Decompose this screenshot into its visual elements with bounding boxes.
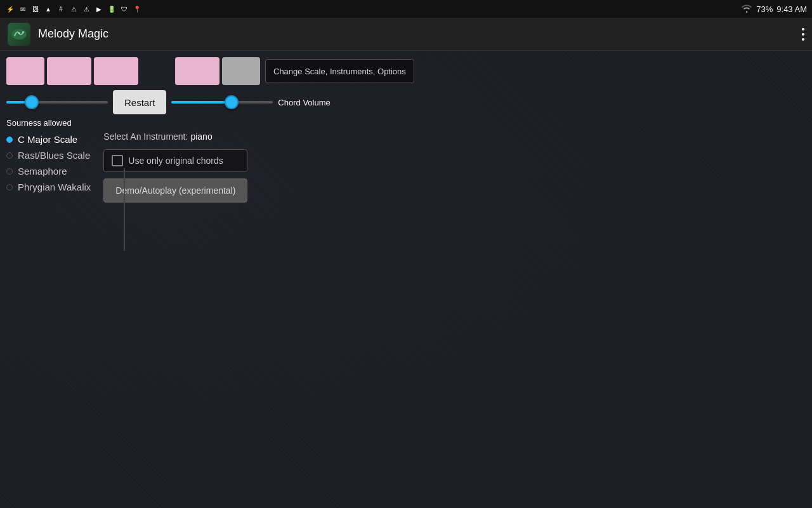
shield-icon: 🛡: [119, 4, 129, 14]
image-icon: 🖼: [30, 4, 41, 14]
scale-item-rast-blues[interactable]: Rast/Blues Scale: [6, 147, 91, 163]
scale-list: C Major Scale Rast/Blues Scale Semaphore…: [0, 131, 97, 195]
checkbox-label: Use only original chords: [128, 156, 223, 166]
status-time: 9:43 AM: [776, 4, 807, 14]
change-scale-button[interactable]: Change Scale, Instruments, Options: [265, 59, 414, 83]
title-bar: Melody Magic: [0, 18, 812, 51]
vertical-divider: [124, 168, 125, 251]
track-button-3[interactable]: [94, 57, 138, 85]
scale-dot-rast-blues: [6, 152, 13, 159]
melody-volume-slider[interactable]: [6, 101, 108, 104]
track-button-5[interactable]: [222, 57, 260, 85]
usb-icon: ⚡: [5, 4, 15, 14]
svg-point-0: [11, 29, 26, 39]
instrument-label: Select An Instrument:: [103, 131, 188, 142]
main-content: Change Scale, Instruments, Options Resta…: [0, 51, 812, 508]
demo-autoplay-button[interactable]: Demo/Autoplay (experimental): [103, 178, 247, 203]
video-icon: ▶: [94, 4, 104, 14]
menu-dot: [802, 38, 804, 41]
slider-row: Restart Chord Volume: [0, 90, 812, 114]
status-right: 73% 9:43 AM: [741, 4, 807, 15]
svg-point-3: [14, 34, 15, 36]
chord-volume-label: Chord Volume: [278, 98, 330, 107]
top-buttons-row: Change Scale, Instruments, Options: [0, 57, 812, 85]
email-icon: ✉: [18, 4, 28, 14]
battery-alt-icon: 🔋: [107, 4, 117, 14]
right-panel: Select An Instrument: piano Use only ori…: [103, 131, 247, 203]
checkbox-container: Use only original chords: [103, 149, 247, 172]
hashtag-icon: #: [56, 4, 66, 14]
track-button-1[interactable]: [6, 57, 44, 85]
scale-dot-semaphore: [6, 168, 13, 175]
svg-point-2: [18, 32, 20, 34]
status-bar: ⚡ ✉ 🖼 ▲ # ⚠ ⚠ ▶ 🔋 🛡 📍 73% 9:43 AM: [0, 0, 812, 18]
scale-item-semaphore[interactable]: Semaphore: [6, 163, 91, 179]
warning2-icon: ⚠: [81, 4, 91, 14]
scale-name-semaphore: Semaphore: [18, 166, 67, 177]
scale-dot-c-major: [6, 137, 13, 143]
scale-name-rast-blues: Rast/Blues Scale: [18, 150, 90, 161]
scale-name-phrygian: Phrygian Wakalix: [18, 182, 91, 192]
svg-point-1: [22, 31, 24, 33]
scale-name-c-major: C Major Scale: [18, 134, 77, 145]
track-button-4[interactable]: [175, 57, 219, 85]
wifi-icon: [741, 4, 752, 15]
warning1-icon: ⚠: [69, 4, 79, 14]
instrument-row: Select An Instrument: piano: [103, 131, 247, 145]
location-icon: 📍: [132, 4, 142, 14]
overflow-menu-button[interactable]: [802, 28, 804, 41]
upload-icon: ▲: [43, 4, 53, 14]
instrument-value: piano: [190, 131, 212, 142]
app-title: Melody Magic: [38, 27, 802, 41]
original-chords-checkbox[interactable]: Use only original chords: [103, 149, 247, 172]
battery-percentage: 73%: [756, 4, 773, 14]
chord-volume-slider[interactable]: [171, 101, 273, 104]
sourness-label: Sourness allowed: [6, 118, 72, 128]
track-button-2[interactable]: [47, 57, 91, 85]
checkbox-icon: [112, 155, 123, 166]
scale-dot-phrygian: [6, 184, 13, 190]
sourness-row: Sourness allowed: [0, 118, 812, 128]
restart-button[interactable]: Restart: [113, 90, 166, 114]
menu-dot: [802, 33, 804, 36]
scale-item-c-major[interactable]: C Major Scale: [6, 131, 91, 147]
app-icon: [8, 23, 30, 46]
menu-dot: [802, 28, 804, 30]
status-icons-left: ⚡ ✉ 🖼 ▲ # ⚠ ⚠ ▶ 🔋 🛡 📍: [5, 4, 142, 14]
scale-item-phrygian[interactable]: Phrygian Wakalix: [6, 179, 91, 195]
demo-button-container: Demo/Autoplay (experimental): [103, 178, 247, 203]
